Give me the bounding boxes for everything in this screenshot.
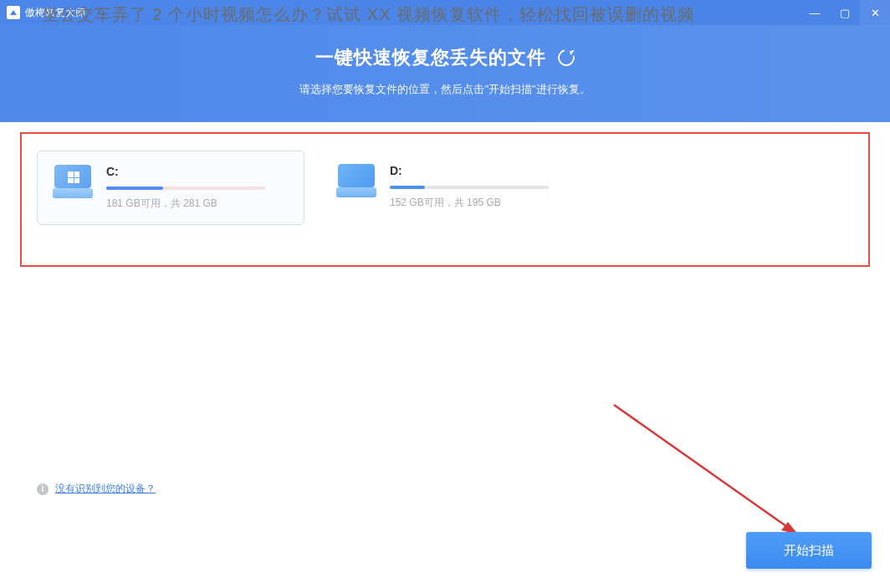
minimize-button[interactable]: — bbox=[800, 0, 830, 25]
drive-card-c[interactable]: C: 181 GB可用，共 281 GB bbox=[37, 151, 304, 225]
maximize-button[interactable]: ▢ bbox=[830, 0, 860, 25]
drive-d-icon bbox=[336, 164, 376, 197]
header-subtitle: 请选择您要恢复文件的位置，然后点击"开始扫描"进行恢复。 bbox=[0, 82, 890, 97]
header-section: 一键快速恢复您丢失的文件 请选择您要恢复文件的位置，然后点击"开始扫描"进行恢复… bbox=[0, 25, 890, 122]
window-controls: — ▢ ✕ bbox=[800, 0, 890, 25]
drive-letter: D: bbox=[390, 164, 574, 177]
drive-usage-bar bbox=[390, 186, 549, 189]
content-area: C: 181 GB可用，共 281 GB D: 152 GB可用，共 195 G… bbox=[0, 122, 890, 588]
info-icon: i bbox=[37, 483, 49, 495]
drives-selection-box: C: 181 GB可用，共 281 GB D: 152 GB可用，共 195 G… bbox=[20, 132, 870, 267]
device-not-found-link[interactable]: 没有识别到您的设备？ bbox=[55, 482, 156, 496]
drive-c-icon bbox=[53, 165, 93, 198]
drive-usage-bar bbox=[106, 187, 265, 190]
drive-stats: 152 GB可用，共 195 GB bbox=[390, 196, 574, 210]
start-scan-button[interactable]: 开始扫描 bbox=[746, 532, 872, 569]
close-button[interactable]: ✕ bbox=[860, 0, 890, 25]
overlay-caption: 坐公交车弄了 2 个小时视频怎么办？试试 XX 视频恢复软件，轻松找回被误删的视… bbox=[42, 3, 695, 26]
refresh-icon[interactable] bbox=[555, 46, 577, 69]
drive-letter: C: bbox=[106, 165, 289, 178]
bottom-area: i 没有识别到您的设备？ bbox=[37, 482, 853, 549]
drive-stats: 181 GB可用，共 281 GB bbox=[106, 197, 289, 211]
app-logo-icon bbox=[7, 6, 20, 19]
header-title: 一键快速恢复您丢失的文件 bbox=[315, 45, 546, 70]
drive-card-d[interactable]: D: 152 GB可用，共 195 GB bbox=[321, 151, 589, 225]
